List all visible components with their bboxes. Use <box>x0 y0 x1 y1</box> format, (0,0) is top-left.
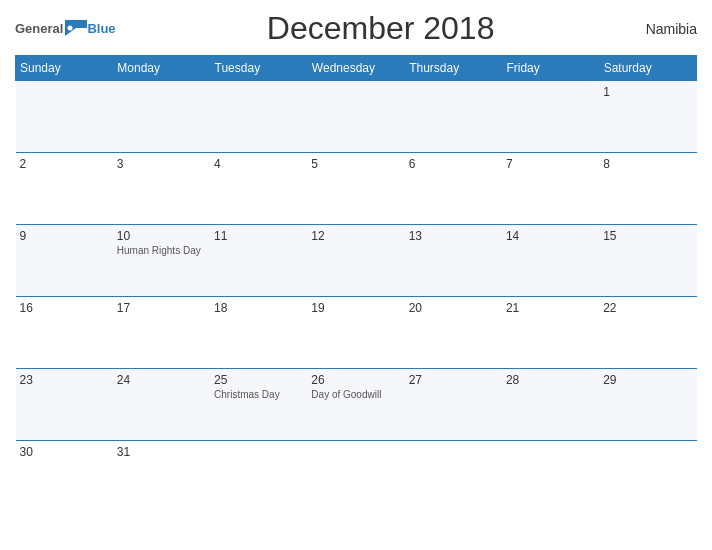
calendar-week-row: 910Human Rights Day1112131415 <box>16 225 697 297</box>
day-number: 14 <box>506 229 595 243</box>
calendar-cell <box>405 441 502 513</box>
calendar-header: General Blue December 2018 Namibia <box>15 10 697 47</box>
day-number: 8 <box>603 157 692 171</box>
day-number: 20 <box>409 301 498 315</box>
calendar-cell: 9 <box>16 225 113 297</box>
day-number: 12 <box>311 229 400 243</box>
day-number: 15 <box>603 229 692 243</box>
day-number: 26 <box>311 373 400 387</box>
day-number: 17 <box>117 301 206 315</box>
calendar-cell <box>599 441 696 513</box>
calendar-table: Sunday Monday Tuesday Wednesday Thursday… <box>15 55 697 513</box>
day-number: 1 <box>603 85 692 99</box>
day-number: 28 <box>506 373 595 387</box>
logo-blue-text: Blue <box>87 21 115 36</box>
holiday-name: Christmas Day <box>214 389 303 401</box>
calendar-cell: 14 <box>502 225 599 297</box>
day-number: 29 <box>603 373 692 387</box>
calendar-cell: 6 <box>405 153 502 225</box>
calendar-cell: 1 <box>599 81 696 153</box>
calendar-cell: 3 <box>113 153 210 225</box>
calendar-cell: 15 <box>599 225 696 297</box>
header-sunday: Sunday <box>16 56 113 81</box>
calendar-cell: 7 <box>502 153 599 225</box>
logo: General Blue <box>15 21 116 37</box>
day-number: 31 <box>117 445 206 459</box>
country-label: Namibia <box>646 21 697 37</box>
day-number: 11 <box>214 229 303 243</box>
calendar-cell: 22 <box>599 297 696 369</box>
logo-flag-icon <box>65 20 87 36</box>
calendar-cell: 20 <box>405 297 502 369</box>
holiday-name: Day of Goodwill <box>311 389 400 401</box>
day-number: 25 <box>214 373 303 387</box>
calendar-cell <box>502 81 599 153</box>
calendar-week-row: 3031 <box>16 441 697 513</box>
day-number: 2 <box>20 157 109 171</box>
day-number: 16 <box>20 301 109 315</box>
calendar-cell: 5 <box>307 153 404 225</box>
calendar-cell <box>16 81 113 153</box>
calendar-cell <box>210 441 307 513</box>
calendar-cell: 10Human Rights Day <box>113 225 210 297</box>
calendar-cell: 26Day of Goodwill <box>307 369 404 441</box>
logo-general-text: General <box>15 21 63 36</box>
calendar-cell <box>113 81 210 153</box>
day-number: 27 <box>409 373 498 387</box>
calendar-cell: 11 <box>210 225 307 297</box>
day-number: 6 <box>409 157 498 171</box>
calendar-page: General Blue December 2018 Namibia Sunda… <box>0 0 712 550</box>
header-thursday: Thursday <box>405 56 502 81</box>
day-number: 21 <box>506 301 595 315</box>
day-number: 5 <box>311 157 400 171</box>
calendar-cell: 31 <box>113 441 210 513</box>
calendar-title: December 2018 <box>267 10 495 46</box>
calendar-cell <box>502 441 599 513</box>
day-number: 24 <box>117 373 206 387</box>
day-number: 18 <box>214 301 303 315</box>
calendar-cell: 12 <box>307 225 404 297</box>
calendar-cell: 23 <box>16 369 113 441</box>
calendar-cell: 16 <box>16 297 113 369</box>
day-number: 30 <box>20 445 109 459</box>
days-header-row: Sunday Monday Tuesday Wednesday Thursday… <box>16 56 697 81</box>
calendar-cell: 29 <box>599 369 696 441</box>
calendar-cell: 2 <box>16 153 113 225</box>
day-number: 19 <box>311 301 400 315</box>
header-friday: Friday <box>502 56 599 81</box>
day-number: 7 <box>506 157 595 171</box>
calendar-cell: 8 <box>599 153 696 225</box>
day-number: 22 <box>603 301 692 315</box>
calendar-cell: 18 <box>210 297 307 369</box>
holiday-name: Human Rights Day <box>117 245 206 257</box>
calendar-cell: 30 <box>16 441 113 513</box>
day-number: 23 <box>20 373 109 387</box>
calendar-cell: 27 <box>405 369 502 441</box>
day-number: 9 <box>20 229 109 243</box>
header-saturday: Saturday <box>599 56 696 81</box>
day-number: 13 <box>409 229 498 243</box>
svg-point-4 <box>68 25 73 30</box>
calendar-cell <box>307 81 404 153</box>
header-wednesday: Wednesday <box>307 56 404 81</box>
calendar-cell: 24 <box>113 369 210 441</box>
calendar-week-row: 1 <box>16 81 697 153</box>
calendar-cell <box>307 441 404 513</box>
header-tuesday: Tuesday <box>210 56 307 81</box>
calendar-cell <box>405 81 502 153</box>
calendar-week-row: 16171819202122 <box>16 297 697 369</box>
calendar-cell: 17 <box>113 297 210 369</box>
day-number: 3 <box>117 157 206 171</box>
calendar-week-row: 232425Christmas Day26Day of Goodwill2728… <box>16 369 697 441</box>
calendar-cell: 19 <box>307 297 404 369</box>
day-number: 4 <box>214 157 303 171</box>
calendar-cell: 13 <box>405 225 502 297</box>
calendar-cell: 25Christmas Day <box>210 369 307 441</box>
calendar-cell <box>210 81 307 153</box>
calendar-cell: 4 <box>210 153 307 225</box>
title-block: December 2018 <box>116 10 646 47</box>
calendar-cell: 28 <box>502 369 599 441</box>
calendar-cell: 21 <box>502 297 599 369</box>
header-monday: Monday <box>113 56 210 81</box>
day-number: 10 <box>117 229 206 243</box>
